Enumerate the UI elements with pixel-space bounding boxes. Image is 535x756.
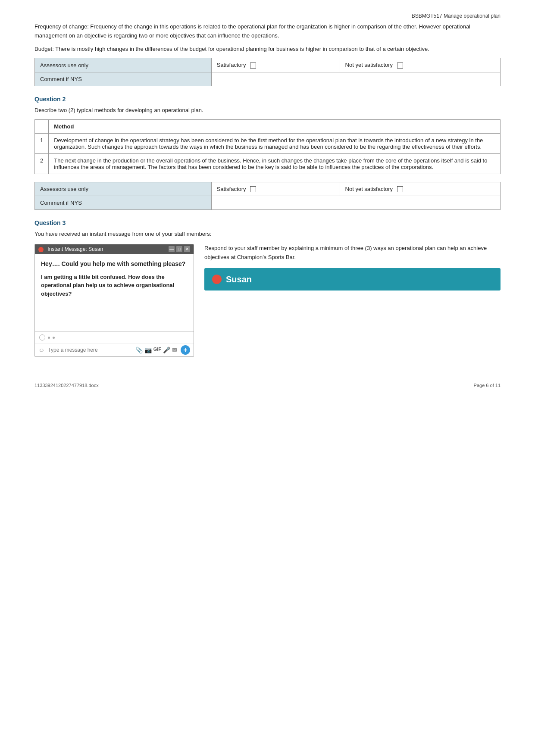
comment-value-1[interactable] — [211, 72, 500, 86]
question3-description: You have received an instant message fro… — [34, 230, 501, 239]
method-row-1-num: 1 — [35, 133, 49, 153]
comment-label-2: Comment if NYS — [35, 196, 212, 210]
question2-description: Describe two (2) typical methods for dev… — [34, 106, 501, 115]
im-titlebar-dot: Instant Message: Susan — [38, 246, 103, 252]
emoji-icon[interactable]: ☺ — [38, 347, 44, 353]
method-num-header — [35, 119, 49, 133]
susan-avatar-dot — [212, 275, 222, 284]
method-row-2-text: The next change in the production or the… — [49, 153, 501, 174]
satisfactory-checkbox-1[interactable] — [250, 62, 256, 69]
nys-cell-2: Not yet satisfactory — [340, 182, 500, 196]
method-table: Method 1 Development of change in the op… — [34, 119, 501, 174]
comment-value-2[interactable] — [211, 196, 500, 210]
document-header: BSBMGT517 Manage operational plan — [34, 13, 501, 19]
attachment-icon[interactable]: 📎 — [135, 347, 143, 353]
im-window-controls: — □ ✕ — [169, 246, 190, 252]
susan-badge: Susan — [204, 268, 501, 291]
assessment-table-1: Assessors use only Satisfactory Not yet … — [34, 58, 501, 86]
nys-checkbox-2[interactable] — [397, 186, 403, 192]
im-section: Instant Message: Susan — □ ✕ Hey…. Could… — [34, 244, 501, 357]
maximize-icon[interactable]: □ — [176, 246, 182, 252]
question3-heading: Question 3 — [34, 219, 501, 226]
assessors-label-2: Assessors use only — [35, 182, 212, 196]
im-dot-sm-1 — [48, 337, 50, 339]
im-footer — [35, 331, 194, 343]
im-greeting: Hey…. Could you help me with something p… — [41, 260, 188, 269]
im-titlebar-text: Instant Message: Susan — [47, 246, 103, 252]
assessment-table-2: Assessors use only Satisfactory Not yet … — [34, 182, 501, 210]
im-input-row: ☺ 📎 📷 GIF 🎤 ✉ + — [35, 343, 194, 356]
im-footer-left — [39, 334, 55, 341]
minimize-icon[interactable]: — — [169, 246, 175, 252]
method-row-2-num: 2 — [35, 153, 49, 174]
satisfactory-label-1: Satisfactory — [217, 62, 246, 68]
mic-icon[interactable]: 🎤 — [163, 347, 170, 353]
method-row-2: 2 The next change in the production or t… — [35, 153, 501, 174]
im-right-section: Respond to your staff member by explaini… — [204, 244, 501, 291]
gif-icon[interactable]: GIF — [153, 347, 161, 353]
footer-page: Page 6 of 11 — [474, 383, 501, 388]
instant-message-box: Instant Message: Susan — □ ✕ Hey…. Could… — [34, 244, 194, 357]
nys-label-2: Not yet satisfactory — [345, 186, 393, 192]
im-titlebar: Instant Message: Susan — □ ✕ — [35, 244, 194, 254]
footer-doc-id: 11333924120227477918.docx — [34, 383, 99, 388]
satisfactory-label-2: Satisfactory — [217, 186, 246, 192]
nys-label-1: Not yet satisfactory — [345, 62, 393, 68]
page-footer: 11333924120227477918.docx Page 6 of 11 — [34, 383, 501, 388]
intro-paragraph-1: Frequency of change: Frequency of the ch… — [34, 22, 501, 41]
im-circle-icon — [39, 334, 45, 341]
email-icon[interactable]: ✉ — [172, 347, 177, 353]
satisfactory-cell-2: Satisfactory — [211, 182, 340, 196]
susan-label: Susan — [226, 272, 252, 286]
satisfactory-checkbox-2[interactable] — [250, 186, 256, 192]
question2-heading: Question 2 — [34, 96, 501, 103]
close-icon[interactable]: ✕ — [184, 246, 190, 252]
im-body: Hey…. Could you help me with something p… — [35, 254, 194, 331]
assessors-label-1: Assessors use only — [35, 58, 212, 72]
nys-cell-1: Not yet satisfactory — [340, 58, 500, 72]
comment-label-1: Comment if NYS — [35, 72, 212, 86]
method-header: Method — [49, 119, 501, 133]
method-row-1-text: Development of change in the operational… — [49, 133, 501, 153]
satisfactory-cell-1: Satisfactory — [211, 58, 340, 72]
im-message-input[interactable] — [48, 347, 131, 353]
image-icon[interactable]: 📷 — [144, 347, 152, 353]
im-toolbar-icons: 📎 📷 GIF 🎤 ✉ — [135, 347, 177, 353]
im-right-text: Respond to your staff member by explaini… — [204, 244, 501, 262]
im-dot-sm-2 — [53, 337, 55, 339]
send-button[interactable]: + — [181, 345, 190, 355]
im-message: I am getting a little bit confused. How … — [41, 273, 188, 298]
im-status-dot — [38, 247, 44, 252]
intro-paragraph-2: Budget: There is mostly high changes in … — [34, 45, 501, 54]
document-title: BSBMGT517 Manage operational plan — [412, 13, 501, 19]
nys-checkbox-1[interactable] — [397, 62, 403, 69]
method-row-1: 1 Development of change in the operation… — [35, 133, 501, 153]
